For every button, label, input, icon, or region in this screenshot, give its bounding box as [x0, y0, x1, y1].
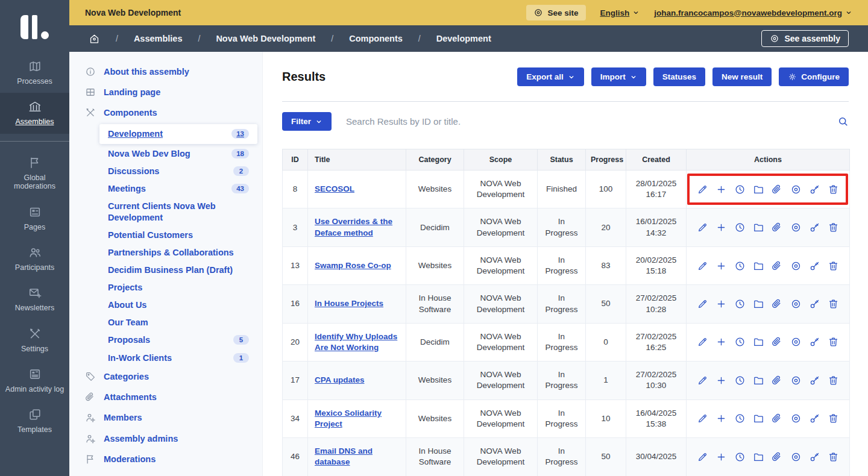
secondary-nav-item[interactable]: Nova Web Dev Blog 18	[69, 145, 262, 163]
key-icon[interactable]	[809, 222, 820, 233]
secondary-nav-item[interactable]: Current Clients Nova Web Development	[69, 198, 262, 226]
key-icon[interactable]	[809, 184, 820, 195]
primary-nav-item[interactable]: Admin activity log	[0, 360, 69, 401]
pencil-icon[interactable]	[697, 413, 708, 424]
pencil-icon[interactable]	[697, 298, 708, 310]
plus-icon[interactable]	[715, 260, 727, 272]
preview-eye-icon[interactable]	[790, 222, 802, 233]
toolbar-button[interactable]: Statuses	[653, 67, 705, 86]
preview-eye-icon[interactable]	[790, 336, 802, 348]
folder-icon[interactable]	[753, 451, 764, 463]
trash-icon[interactable]	[828, 184, 839, 195]
pencil-icon[interactable]	[697, 260, 708, 272]
paperclip-icon[interactable]	[772, 260, 783, 272]
see-site-button[interactable]: See site	[526, 5, 585, 20]
secondary-nav-item[interactable]: Projects	[69, 279, 262, 296]
search-input[interactable]	[345, 116, 824, 127]
secondary-nav-item[interactable]: Moderations	[69, 449, 262, 469]
trash-icon[interactable]	[828, 336, 839, 348]
clock-icon[interactable]	[734, 336, 746, 348]
primary-nav-item[interactable]: Participants	[0, 239, 69, 279]
paperclip-icon[interactable]	[772, 336, 783, 348]
trash-icon[interactable]	[828, 451, 839, 463]
paperclip-icon[interactable]	[772, 375, 783, 386]
plus-icon[interactable]	[715, 298, 727, 310]
clock-icon[interactable]	[734, 260, 746, 272]
toolbar-button[interactable]: Export all	[517, 67, 584, 86]
preview-eye-icon[interactable]	[790, 375, 802, 386]
result-title-link[interactable]: Use Overrides & the Deface method	[315, 217, 392, 237]
pencil-icon[interactable]	[697, 184, 708, 195]
pencil-icon[interactable]	[697, 222, 708, 233]
secondary-nav-item[interactable]: Members	[69, 407, 262, 428]
secondary-nav-item[interactable]: Development 13	[99, 124, 257, 143]
secondary-nav-item[interactable]: Discussions 2	[69, 163, 262, 180]
folder-icon[interactable]	[753, 336, 764, 348]
plus-icon[interactable]	[715, 451, 727, 463]
result-title-link[interactable]: Mexico Solidarity Project	[315, 409, 382, 428]
trash-icon[interactable]	[828, 375, 839, 386]
key-icon[interactable]	[809, 451, 820, 463]
key-icon[interactable]	[809, 336, 820, 348]
breadcrumb-item[interactable]: Development	[436, 34, 491, 43]
user-menu[interactable]: johan.francocampos@novawebdevelopment.or…	[654, 8, 852, 17]
pencil-icon[interactable]	[697, 375, 708, 386]
secondary-nav-item[interactable]: Attachments	[69, 387, 262, 407]
secondary-nav-item[interactable]: Our Team	[69, 314, 262, 331]
secondary-nav-item[interactable]: Meetings 43	[69, 180, 262, 198]
secondary-nav-item[interactable]: Proposals 5	[69, 331, 262, 349]
folder-icon[interactable]	[753, 413, 764, 424]
primary-nav-item[interactable]: Global moderations	[0, 149, 69, 198]
result-title-link[interactable]: SECOSOL	[315, 184, 354, 193]
key-icon[interactable]	[809, 375, 820, 386]
key-icon[interactable]	[809, 413, 820, 424]
trash-icon[interactable]	[828, 298, 839, 310]
secondary-nav-item[interactable]: Components	[69, 102, 262, 123]
folder-icon[interactable]	[753, 222, 764, 233]
plus-icon[interactable]	[715, 184, 727, 195]
organization-name[interactable]: Nova Web Development	[85, 8, 181, 17]
result-title-link[interactable]: Identify Why Uploads Are Not Working	[315, 332, 397, 352]
folder-icon[interactable]	[753, 375, 764, 386]
toolbar-button[interactable]: Import	[591, 67, 646, 86]
result-title-link[interactable]: In House Projects	[315, 299, 383, 308]
plus-icon[interactable]	[715, 222, 727, 233]
primary-nav-item[interactable]: Settings	[0, 320, 69, 360]
plus-icon[interactable]	[715, 413, 727, 424]
toolbar-button[interactable]: New result	[712, 67, 772, 86]
filter-button[interactable]: Filter	[282, 112, 332, 131]
secondary-nav-item[interactable]: Potential Customers	[69, 226, 262, 243]
result-title-link[interactable]: CPA updates	[315, 375, 365, 384]
trash-icon[interactable]	[828, 260, 839, 272]
see-assembly-button[interactable]: See assembly	[761, 30, 849, 47]
home-icon[interactable]	[89, 33, 100, 45]
preview-eye-icon[interactable]	[790, 260, 802, 272]
key-icon[interactable]	[809, 298, 820, 310]
clock-icon[interactable]	[734, 298, 746, 310]
search-icon[interactable]	[837, 116, 849, 127]
plus-icon[interactable]	[715, 336, 727, 348]
breadcrumb-item[interactable]: Assemblies	[134, 34, 183, 43]
toolbar-button[interactable]: Configure	[779, 67, 849, 86]
breadcrumb-item[interactable]: Nova Web Development	[216, 34, 315, 43]
folder-icon[interactable]	[753, 184, 764, 195]
result-title-link[interactable]: Email DNS and database	[315, 446, 373, 466]
trash-icon[interactable]	[828, 413, 839, 424]
secondary-nav-item[interactable]: Partnerships & Collaborations	[69, 243, 262, 261]
result-title-link[interactable]: Swamp Rose Co-op	[315, 261, 391, 270]
paperclip-icon[interactable]	[772, 451, 783, 463]
clock-icon[interactable]	[734, 413, 746, 424]
primary-nav-item[interactable]: Pages	[0, 198, 69, 239]
pencil-icon[interactable]	[697, 336, 708, 348]
plus-icon[interactable]	[715, 375, 727, 386]
secondary-nav-item[interactable]: Landing page	[69, 82, 262, 102]
clock-icon[interactable]	[734, 222, 746, 233]
paperclip-icon[interactable]	[772, 413, 783, 424]
paperclip-icon[interactable]	[772, 222, 783, 233]
folder-icon[interactable]	[753, 298, 764, 310]
key-icon[interactable]	[809, 260, 820, 272]
decidim-logo[interactable]	[0, 0, 69, 52]
preview-eye-icon[interactable]	[790, 413, 802, 424]
secondary-nav-item[interactable]: About this assembly	[69, 61, 262, 82]
primary-nav-item[interactable]: Newsletters	[0, 279, 69, 319]
